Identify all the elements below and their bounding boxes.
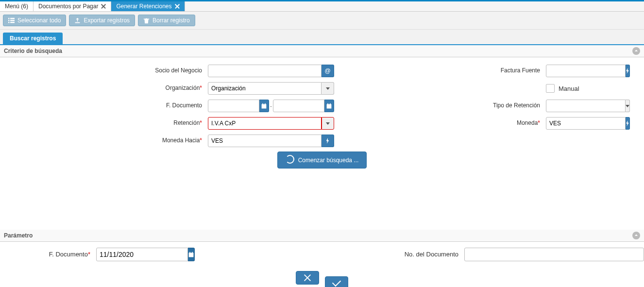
factura-input[interactable] bbox=[546, 65, 626, 77]
label-nodoc: No. del Documento bbox=[368, 251, 460, 258]
svg-rect-1 bbox=[8, 19, 9, 20]
retencion-select[interactable] bbox=[208, 117, 322, 130]
tab-menu-label: Menú (6) bbox=[5, 3, 28, 10]
tab-generar-retenciones[interactable]: Generar Retenciones bbox=[111, 1, 185, 11]
fdoc-from-input[interactable] bbox=[208, 100, 259, 112]
chevron-down-icon[interactable] bbox=[322, 82, 334, 95]
tab-menu[interactable]: Menú (6) bbox=[0, 1, 34, 11]
svg-rect-4 bbox=[10, 19, 15, 20]
label-manual: Manual bbox=[559, 85, 579, 92]
lookup-icon[interactable] bbox=[626, 65, 630, 77]
select-all-button[interactable]: Seleccionar todo bbox=[3, 15, 66, 26]
svg-rect-0 bbox=[8, 17, 9, 18]
cancel-button[interactable] bbox=[296, 271, 319, 285]
action-row bbox=[0, 271, 644, 287]
label-organizacion: Organización* bbox=[0, 85, 204, 92]
subtab-buscar-registros[interactable]: Buscar registros bbox=[3, 33, 63, 44]
range-separator: - bbox=[269, 102, 273, 110]
chevron-down-icon[interactable] bbox=[322, 117, 334, 130]
chevron-down-icon[interactable] bbox=[626, 100, 630, 112]
section-title-criteria: Criterio de búsqueda bbox=[4, 48, 62, 54]
label-retencion: Retención* bbox=[0, 120, 204, 127]
export-icon bbox=[74, 17, 81, 24]
label-monedahacia: Moneda Hacia* bbox=[0, 137, 204, 144]
export-label: Exportar registros bbox=[84, 17, 130, 24]
list-icon bbox=[8, 17, 15, 24]
close-icon[interactable] bbox=[175, 4, 180, 9]
confirm-button[interactable] bbox=[325, 276, 348, 287]
requery-icon[interactable] bbox=[322, 65, 334, 77]
collapse-icon[interactable] bbox=[632, 232, 640, 239]
section-header-param: Parámetro bbox=[0, 230, 644, 242]
calendar-icon[interactable] bbox=[324, 100, 334, 112]
delete-button[interactable]: Borrar registro bbox=[138, 15, 195, 26]
window-tabs: Menú (6) Documentos por Pagar Generar Re… bbox=[0, 0, 644, 12]
label-factura: Factura Fuente bbox=[338, 68, 542, 74]
close-icon[interactable] bbox=[101, 4, 106, 9]
calendar-icon[interactable] bbox=[188, 248, 195, 261]
calendar-icon[interactable] bbox=[259, 100, 269, 112]
nodoc-input[interactable] bbox=[464, 248, 644, 261]
param-fdoc-input[interactable] bbox=[96, 248, 188, 261]
export-button[interactable]: Exportar registros bbox=[69, 15, 135, 26]
begin-search-label: Comenzar búsqueda ... bbox=[298, 157, 359, 164]
collapse-icon[interactable] bbox=[632, 47, 640, 55]
label-fdocumento: F. Documento bbox=[0, 102, 204, 109]
svg-rect-2 bbox=[8, 21, 9, 22]
label-param-fdoc: F. Documento* bbox=[0, 251, 92, 258]
svg-rect-5 bbox=[10, 21, 15, 22]
tab-genret-label: Generar Retenciones bbox=[116, 3, 171, 10]
label-socio: Socio del Negocio bbox=[0, 68, 204, 74]
organizacion-select[interactable] bbox=[208, 82, 322, 95]
begin-search-button[interactable]: Comenzar búsqueda ... bbox=[277, 152, 367, 169]
subtab-row: Buscar registros bbox=[0, 30, 644, 45]
param-form: F. Documento* No. del Documento bbox=[0, 242, 644, 271]
manual-checkbox[interactable] bbox=[546, 84, 555, 93]
delete-label: Borrar registro bbox=[153, 17, 190, 24]
search-criteria-form: Socio del Negocio Factura Fuente Organiz… bbox=[0, 57, 644, 171]
socio-input[interactable] bbox=[208, 65, 322, 77]
section-title-param: Parámetro bbox=[4, 232, 33, 239]
fdoc-to-input[interactable] bbox=[273, 100, 324, 112]
tab-documentos-por-pagar[interactable]: Documentos por Pagar bbox=[34, 1, 111, 11]
lookup-icon[interactable] bbox=[626, 117, 630, 130]
refresh-icon bbox=[286, 155, 294, 165]
lookup-icon[interactable] bbox=[322, 135, 334, 147]
section-header-criteria: Criterio de búsqueda bbox=[0, 45, 644, 57]
subtab-label: Buscar registros bbox=[10, 35, 56, 42]
toolbar: Seleccionar todo Exportar registros Borr… bbox=[0, 12, 644, 30]
label-moneda: Moneda* bbox=[338, 120, 542, 127]
label-tiporetencion: Tipo de Retención bbox=[338, 102, 542, 109]
trash-icon bbox=[143, 17, 150, 24]
moneda-select[interactable] bbox=[546, 117, 626, 130]
select-all-label: Seleccionar todo bbox=[17, 17, 61, 24]
svg-rect-3 bbox=[10, 17, 15, 18]
tiporetencion-select[interactable] bbox=[546, 100, 626, 112]
monedahacia-select[interactable] bbox=[208, 135, 322, 147]
tab-docpay-label: Documentos por Pagar bbox=[38, 3, 98, 10]
